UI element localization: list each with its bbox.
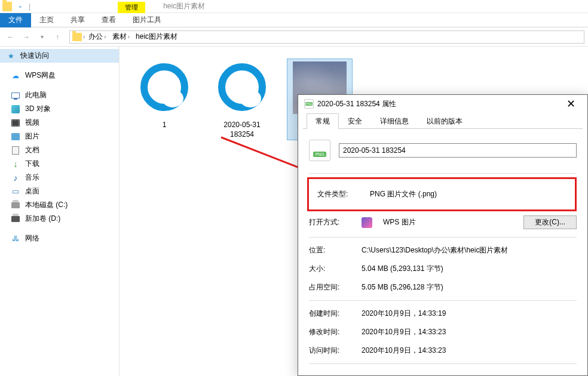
window-title: heic图片素材 xyxy=(163,1,205,11)
address-bar[interactable]: › 办公› 素材› heic图片素材 xyxy=(69,30,584,44)
prop-value-disksize: 5.05 MB (5,296,128 字节) xyxy=(362,282,577,292)
ribbon-tab-pictools[interactable]: 图片工具 xyxy=(124,13,170,27)
prop-label: 位置: xyxy=(309,245,351,255)
prop-value-modified: 2020年10月9日，14:33:23 xyxy=(362,327,577,337)
breadcrumb-label: 办公 xyxy=(88,32,103,42)
tab-details[interactable]: 详细信息 xyxy=(371,113,418,129)
star-icon: ★ xyxy=(6,51,16,61)
highlight-box: 文件类型: PNG 图片文件 (.png) xyxy=(307,177,577,211)
sidebar-item-label: 快速访问 xyxy=(20,51,49,61)
ribbon-tab-share[interactable]: 共享 xyxy=(62,13,93,27)
sidebar-item-drive-d[interactable]: 新加卷 (D:) xyxy=(0,212,119,226)
prop-label: 访问时间: xyxy=(309,346,351,356)
sidebar: ★ 快速访问 ☁ WPS网盘 此电脑 3D 对象 视频 xyxy=(0,47,120,376)
cloud-icon: ☁ xyxy=(11,71,20,81)
chevron-right-icon: › xyxy=(104,33,106,40)
file-thumbnail xyxy=(215,63,269,117)
properties-dialog: PNG 2020-05-31 183254 属性 ✕ 常规 安全 详细信息 以前… xyxy=(298,94,588,376)
file-name: 1 xyxy=(134,121,195,130)
overlay-icon: ▫ xyxy=(16,2,25,11)
breadcrumb-seg[interactable]: heic图片素材 xyxy=(133,32,180,42)
breadcrumb-label: 素材 xyxy=(112,32,127,42)
filename-input[interactable] xyxy=(339,143,577,158)
prop-value-created: 2020年10月9日，14:33:19 xyxy=(362,309,577,319)
sidebar-item-doc[interactable]: 文档 xyxy=(0,143,119,157)
png-file-icon: PNG xyxy=(309,140,330,161)
sidebar-item-video[interactable]: 视频 xyxy=(0,116,119,130)
sidebar-item-label: 网络 xyxy=(25,233,39,244)
prop-label: 大小: xyxy=(309,264,351,274)
manage-tab[interactable]: 管理 xyxy=(118,2,145,13)
sidebar-item-3d[interactable]: 3D 对象 xyxy=(0,102,119,116)
tab-previous[interactable]: 以前的版本 xyxy=(418,113,471,129)
breadcrumb-seg[interactable]: 素材› xyxy=(110,32,132,42)
file-item[interactable]: 2020-05-31183254 xyxy=(209,58,275,141)
pc-icon xyxy=(11,91,20,100)
file-thumbnail xyxy=(137,63,191,117)
sidebar-item-pc[interactable]: 此电脑 xyxy=(0,88,119,102)
wps-icon xyxy=(362,217,372,228)
dialog-title: 2020-05-31 183254 属性 xyxy=(317,99,396,109)
chevron-right-icon: › xyxy=(83,33,85,40)
chevron-right-icon: › xyxy=(128,33,130,40)
network-icon: 🖧 xyxy=(11,234,20,244)
sidebar-item-label: 桌面 xyxy=(25,186,39,196)
file-menu[interactable]: 文件 xyxy=(0,13,31,27)
close-button[interactable]: ✕ xyxy=(561,97,581,110)
sidebar-item-label: 图片 xyxy=(25,131,39,141)
tab-general[interactable]: 常规 xyxy=(307,113,339,129)
prop-label: 打开方式: xyxy=(309,217,351,227)
ribbon-bar: 文件 主页 共享 查看 图片工具 xyxy=(0,13,588,27)
prop-label: 创建时间: xyxy=(309,309,351,319)
document-icon xyxy=(11,146,20,155)
change-button[interactable]: 更改(C)... xyxy=(523,215,577,229)
sidebar-item-label: 文档 xyxy=(25,145,39,155)
download-icon: ↓ xyxy=(11,159,20,169)
sidebar-item-label: 3D 对象 xyxy=(25,104,51,114)
prop-value-openwith: WPS 图片 xyxy=(383,217,513,227)
sidebar-item-label: 本地磁盘 (C:) xyxy=(25,200,68,210)
sidebar-item-label: WPS网盘 xyxy=(25,70,56,81)
prop-value-type: PNG 图片文件 (.png) xyxy=(370,189,566,199)
dialog-titlebar[interactable]: PNG 2020-05-31 183254 属性 ✕ xyxy=(298,95,587,113)
window-titlebar: ▫ | 管理 heic图片素材 xyxy=(0,0,588,13)
sidebar-item-music[interactable]: ♪ 音乐 xyxy=(0,171,119,184)
sidebar-item-drive-c[interactable]: 本地磁盘 (C:) xyxy=(0,198,119,212)
prop-label: 占用空间: xyxy=(309,282,351,292)
ribbon-tab-view[interactable]: 查看 xyxy=(93,13,124,27)
file-item[interactable]: 1 xyxy=(131,58,197,132)
sidebar-item-pic[interactable]: 图片 xyxy=(0,130,119,143)
separator-icon: | xyxy=(29,2,30,11)
folder-icon xyxy=(2,2,12,11)
breadcrumb-seg[interactable]: 办公› xyxy=(86,32,108,42)
ribbon-tab-home[interactable]: 主页 xyxy=(31,13,62,27)
forward-button[interactable]: → xyxy=(19,30,33,44)
sidebar-item-label: 视频 xyxy=(25,118,39,128)
breadcrumb-label: heic图片素材 xyxy=(136,32,177,42)
up-button[interactable]: ↑ xyxy=(50,30,65,44)
file-name: 2020-05-31183254 xyxy=(212,121,272,139)
desktop-icon: ▭ xyxy=(11,187,20,196)
sidebar-item-label: 此电脑 xyxy=(25,90,47,100)
recent-dropdown[interactable]: ▾ xyxy=(35,30,49,44)
music-icon: ♪ xyxy=(11,173,20,183)
navigation-bar: ← → ▾ ↑ › 办公› 素材› heic图片素材 xyxy=(0,27,588,47)
prop-label: 文件类型: xyxy=(317,189,359,199)
picture-icon xyxy=(11,132,20,141)
sidebar-item-label: 下载 xyxy=(25,159,39,169)
dialog-tabs: 常规 安全 详细信息 以前的版本 xyxy=(303,113,583,129)
video-icon xyxy=(11,118,20,128)
sidebar-item-dl[interactable]: ↓ 下载 xyxy=(0,157,119,171)
drive-icon xyxy=(11,201,20,210)
back-button[interactable]: ← xyxy=(4,30,18,44)
sidebar-item-quick[interactable]: ★ 快速访问 xyxy=(0,49,119,63)
prop-value-accessed: 2020年10月9日，14:33:23 xyxy=(362,346,577,356)
sidebar-item-label: 音乐 xyxy=(25,172,39,183)
prop-value-size: 5.04 MB (5,293,131 字节) xyxy=(362,264,577,274)
prop-label: 修改时间: xyxy=(309,327,351,337)
sidebar-item-wps[interactable]: ☁ WPS网盘 xyxy=(0,69,119,82)
dialog-body: PNG 文件类型: PNG 图片文件 (.png) 打开方式: WPS 图片 更… xyxy=(298,129,587,374)
sidebar-item-desk[interactable]: ▭ 桌面 xyxy=(0,184,119,198)
sidebar-item-network[interactable]: 🖧 网络 xyxy=(0,232,119,245)
tab-security[interactable]: 安全 xyxy=(339,113,371,129)
